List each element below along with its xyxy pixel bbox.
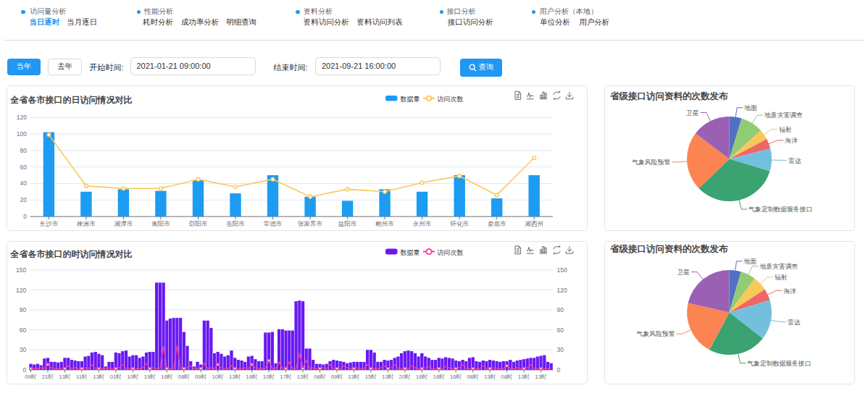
svg-text:娄底市: 娄底市 [488,220,506,227]
svg-text:海洋: 海洋 [783,287,796,295]
svg-text:卫星: 卫星 [676,269,690,276]
svg-text:0: 0 [23,213,27,220]
svg-text:0: 0 [557,366,561,374]
svg-text:60: 60 [557,327,564,334]
svg-text:13时: 13时 [229,374,241,380]
svg-text:郴州市: 郴州市 [375,220,394,227]
svg-text:全省各市接口的时访问情况对比: 全省各市接口的时访问情况对比 [10,249,133,259]
svg-text:150: 150 [557,266,567,274]
svg-text:21时: 21时 [42,374,54,380]
svg-text:数据量: 数据量 [401,95,420,102]
svg-text:90: 90 [557,306,564,313]
svg-text:120: 120 [557,287,567,294]
svg-text:16时: 16时 [246,374,258,380]
svg-text:17时: 17时 [280,374,292,380]
svg-text:90: 90 [20,306,27,313]
svg-text:省级接口访问资料的次数发布: 省级接口访问资料的次数发布 [609,90,728,101]
svg-text:13时: 13时 [382,374,394,380]
svg-text:08时: 08时 [467,374,479,380]
svg-text:辐射: 辐射 [779,125,792,132]
svg-text:40: 40 [20,180,28,187]
svg-text:60: 60 [20,163,28,170]
svg-text:卫星: 卫星 [685,109,699,116]
svg-text:30: 30 [20,346,27,353]
svg-text:访问次数: 访问次数 [437,95,464,102]
svg-text:10时: 10时 [263,374,275,380]
svg-text:11时: 11时 [76,374,88,380]
svg-text:16时: 16时 [433,374,446,380]
svg-text:13时: 13时 [348,374,360,380]
svg-text:衡阳市: 衡阳市 [151,220,170,227]
svg-text:雷达: 雷达 [788,156,801,164]
svg-text:气象风险预警: 气象风险预警 [632,159,670,166]
svg-text:20时: 20时 [399,374,412,380]
svg-text:气象定制数据服务接口: 气象定制数据服务接口 [747,360,811,367]
svg-text:辐射: 辐射 [775,274,788,281]
svg-text:地质灾害调查: 地质灾害调查 [764,111,803,119]
svg-text:01时: 01时 [110,374,122,380]
svg-text:08时: 08时 [178,374,191,380]
svg-text:08时: 08时 [314,374,326,380]
svg-text:张家界市: 张家界市 [298,220,323,227]
svg-text:120: 120 [16,287,26,294]
svg-text:雷达: 雷达 [788,319,801,326]
svg-text:13时: 13时 [93,374,105,380]
svg-text:100: 100 [17,130,27,137]
svg-text:全省各市接口的日访问情况对比: 全省各市接口的日访问情况对比 [10,94,133,104]
svg-text:16时: 16时 [450,374,462,380]
svg-text:0: 0 [23,366,27,374]
svg-text:数据量: 数据量 [401,249,420,256]
svg-text:常德市: 常德市 [264,220,283,227]
svg-text:10时: 10时 [212,374,224,380]
svg-text:08时: 08时 [501,374,513,380]
svg-text:09时: 09时 [25,374,37,380]
svg-text:13时: 13时 [518,374,530,380]
svg-text:09时: 09时 [331,374,343,380]
svg-text:岳阳市: 岳阳市 [226,220,245,227]
svg-text:怀化市: 怀化市 [449,220,469,227]
svg-text:长沙市: 长沙市 [40,220,59,227]
svg-text:湘潭市: 湘潭市 [114,220,133,227]
svg-text:13时: 13时 [484,374,496,380]
svg-text:15时: 15时 [365,374,377,380]
svg-text:30: 30 [557,346,564,353]
svg-text:19时: 19时 [144,374,157,380]
svg-text:访问次数: 访问次数 [437,249,464,256]
svg-text:株洲市: 株洲市 [76,220,96,227]
svg-text:海洋: 海洋 [785,137,798,144]
svg-text:13时: 13时 [59,374,71,380]
svg-text:120: 120 [17,114,27,121]
svg-text:150: 150 [16,266,26,274]
svg-text:60: 60 [20,327,27,334]
svg-text:地面: 地面 [743,104,757,111]
svg-text:16时: 16时 [416,374,428,380]
svg-text:气象定制数据服务接口: 气象定制数据服务接口 [748,206,812,213]
svg-text:益阳市: 益阳市 [338,220,357,227]
svg-text:地质灾害调查: 地质灾害调查 [759,263,798,270]
svg-text:09时: 09时 [195,374,207,380]
svg-text:气象风险预警: 气象风险预警 [637,330,675,337]
svg-text:省级接口访问资料的次数发布: 省级接口访问资料的次数发布 [609,243,728,254]
svg-text:13时: 13时 [297,374,309,380]
svg-text:16时: 16时 [161,374,173,380]
svg-text:湘西州: 湘西州 [524,220,543,227]
svg-text:20: 20 [20,196,28,203]
svg-text:永州市: 永州市 [413,220,432,227]
svg-text:13时: 13时 [535,374,547,380]
svg-text:10时: 10时 [127,374,139,380]
svg-text:邵阳市: 邵阳市 [189,220,208,227]
svg-text:地面: 地面 [743,258,757,265]
svg-text:80: 80 [20,146,28,153]
